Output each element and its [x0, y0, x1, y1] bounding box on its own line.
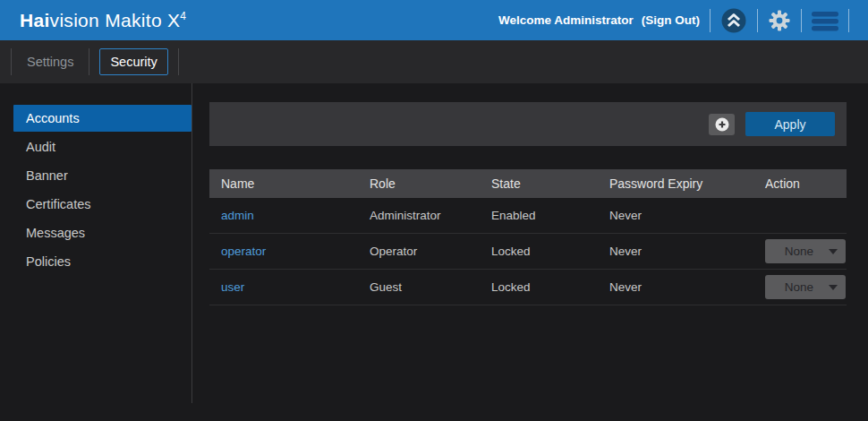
password-expiry-cell: Never	[609, 245, 765, 258]
add-account-button[interactable]	[709, 114, 735, 135]
topbar-divider	[757, 9, 758, 32]
tab-settings[interactable]: Settings	[12, 55, 89, 69]
action-dropdown-value: None	[785, 245, 826, 258]
sidebar-item-audit[interactable]: Audit	[13, 133, 191, 160]
sidebar-item-accounts[interactable]: Accounts	[13, 105, 191, 132]
table-row: adminAdministratorEnabledNever	[209, 198, 847, 234]
column-header-action: Action	[765, 176, 847, 191]
state-cell: Locked	[491, 245, 609, 258]
brand-logo: Haivision Makito X4	[20, 10, 186, 31]
table-header: Name Role State Password Expiry Action	[209, 169, 847, 198]
brand-sup: 4	[180, 10, 186, 22]
table-body: adminAdministratorEnabledNeveroperatorOp…	[209, 198, 847, 305]
topbar-divider	[801, 9, 802, 32]
action-dropdown[interactable]: None	[765, 239, 846, 263]
action-cell: None	[765, 239, 847, 263]
haivision-status-icon[interactable]	[720, 7, 747, 34]
account-name-link[interactable]: operator	[221, 245, 370, 258]
apply-button[interactable]: Apply	[745, 112, 835, 136]
accounts-toolbar: Apply	[209, 102, 847, 146]
table-row: userGuestLockedNeverNone	[209, 270, 847, 305]
top-bar: Haivision Makito X4 Welcome Administrato…	[0, 0, 868, 40]
main-content: Apply Name Role State Password Expiry Ac…	[192, 83, 868, 403]
role-cell: Guest	[370, 280, 491, 294]
table-row: operatorOperatorLockedNeverNone	[209, 234, 847, 270]
sign-out-link[interactable]: (Sign Out)	[642, 13, 700, 27]
sidebar: AccountsAuditBannerCertificatesMessagesP…	[0, 83, 192, 403]
sidebar-item-banner[interactable]: Banner	[13, 162, 191, 189]
column-header-password-expiry: Password Expiry	[609, 176, 765, 191]
account-name-link[interactable]: user	[221, 280, 370, 294]
action-cell: None	[765, 275, 847, 299]
topbar-right: Welcome Administrator (Sign Out)	[498, 7, 859, 34]
circle-plus-icon	[715, 117, 729, 132]
welcome-text: Welcome Administrator	[498, 13, 634, 27]
brand-bold: Hai	[20, 10, 50, 30]
page-body: AccountsAuditBannerCertificatesMessagesP…	[0, 83, 868, 403]
state-cell: Enabled	[491, 209, 609, 222]
gear-icon[interactable]	[768, 9, 791, 32]
password-expiry-cell: Never	[609, 209, 765, 222]
tab-bar: Settings Security	[0, 40, 868, 83]
chevron-down-icon	[829, 249, 838, 254]
topbar-divider	[848, 9, 849, 32]
role-cell: Operator	[370, 245, 491, 258]
sidebar-item-policies[interactable]: Policies	[13, 248, 191, 275]
chevron-down-icon	[829, 285, 838, 290]
hamburger-menu-icon[interactable]	[812, 9, 838, 32]
tab-divider	[89, 48, 89, 75]
action-dropdown[interactable]: None	[765, 275, 846, 299]
column-header-role: Role	[370, 176, 491, 191]
column-header-state: State	[491, 176, 609, 191]
tab-divider	[178, 48, 179, 75]
state-cell: Locked	[491, 280, 609, 294]
action-dropdown-value: None	[785, 280, 826, 294]
sidebar-item-messages[interactable]: Messages	[13, 219, 191, 246]
tab-security[interactable]: Security	[99, 48, 167, 75]
topbar-divider	[710, 9, 711, 32]
password-expiry-cell: Never	[609, 280, 765, 294]
accounts-table: Name Role State Password Expiry Action a…	[209, 169, 847, 305]
brand-rest: vision Makito X	[50, 10, 181, 30]
account-name-link[interactable]: admin	[221, 209, 370, 222]
role-cell: Administrator	[370, 209, 491, 222]
column-header-name: Name	[221, 176, 370, 191]
sidebar-item-certificates[interactable]: Certificates	[13, 191, 191, 218]
